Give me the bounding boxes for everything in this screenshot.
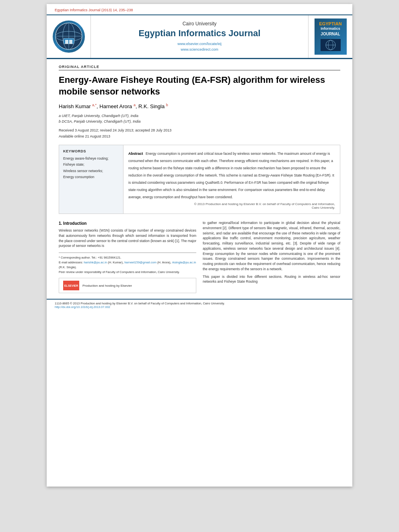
journal-badge: EGYPTIAN Informatics JOURNAL <box>315 18 347 55</box>
badge-decoration <box>321 39 341 52</box>
email3-name: (R.K. Singla). <box>59 265 77 269</box>
abstract-label: Abstract <box>128 152 143 156</box>
keyword-4: Energy consumption <box>63 174 119 180</box>
keyword-3: Wireless sensor networks; <box>63 168 119 174</box>
column-left: 1. Introduction Wireless sensor networks… <box>59 220 196 293</box>
dates: Received 3 August 2012; revised 24 July … <box>59 127 340 139</box>
doi-link[interactable]: http://dx.doi.org/10.1016/j.eij.2013.07.… <box>55 305 344 309</box>
publisher-box: ELSEVIER Production and hosting by Elsev… <box>59 278 196 293</box>
abstract-copyright: © 2013 Production and hosting by Elsevie… <box>128 202 335 210</box>
intro-para3: This paper is divided into five differen… <box>203 274 340 285</box>
email2-link[interactable]: harneet159@gmail.com <box>124 261 156 264</box>
bottom-bar: 1110-8665 © 2013 Production and hosting … <box>47 299 352 311</box>
footnotes: * Corresponding author. Tel.: +91 981596… <box>59 253 196 275</box>
svg-rect-7 <box>69 40 72 44</box>
email2-name: (H. Arora), <box>157 261 171 264</box>
affiliation-b: b DCSA, Panjab University, Chandigarh (U… <box>59 119 340 124</box>
badge-line2: Informatics <box>321 27 340 31</box>
badge-line3: JOURNAL <box>321 31 340 37</box>
authors-line: Harish Kumar a,*, Harneet Arora a, R.K. … <box>59 103 340 109</box>
email3-link[interactable]: rksingla@pu.ac.in <box>172 261 196 264</box>
received-date: Received 3 August 2012; revised 24 July … <box>59 127 340 133</box>
article-type-label: ORIGINAL ARTICLE <box>59 65 340 70</box>
badge-line1: EGYPTIAN <box>319 21 341 27</box>
affiliation-a: a UIET, Panjab University, Chandigarh (U… <box>59 113 340 119</box>
svg-rect-6 <box>65 40 68 44</box>
main-content: ORIGINAL ARTICLE Energy-Aware Fisheye Ro… <box>47 59 352 299</box>
journal-badge-container: EGYPTIAN Informatics JOURNAL <box>308 15 352 58</box>
publisher-text: Production and hosting by Elsevier <box>82 284 132 288</box>
author-harish: Harish Kumar <box>59 104 92 110</box>
footnote-emails: E-mail addresses: harishk@pu.ac.in (H. K… <box>59 260 196 270</box>
two-column-body: 1. Introduction Wireless sensor networks… <box>59 220 340 293</box>
keywords-heading: KEYWORDS <box>63 149 119 153</box>
url1[interactable]: www.elsevier.com/locate/eij <box>177 41 222 47</box>
footnote-peer-review: Peer review under responsibility of Facu… <box>59 270 196 275</box>
top-bar: Egyptian Informatics Journal (2013) 14, … <box>47 4 352 15</box>
issn-line: 1110-8665 © 2013 Production and hosting … <box>55 302 344 305</box>
abstract-box: Abstract Energy consumption is prominent… <box>123 145 340 214</box>
svg-rect-5 <box>64 38 74 44</box>
email1-link[interactable]: harishk@pu.ac.in <box>84 261 107 264</box>
url2[interactable]: www.sciencedirect.com <box>177 47 222 52</box>
keywords-list: Energy aware-fisheye routing; Fisheye st… <box>63 156 119 180</box>
header-center: Cairo University Egyptian Informatics Jo… <box>91 15 308 58</box>
keyword-1: Energy aware-fisheye routing; <box>63 156 119 162</box>
footnote-corresponding: * Corresponding author. Tel.: +91 981596… <box>59 255 196 260</box>
elsevier-logo: ELSEVIER <box>63 281 79 290</box>
university-name: Cairo University <box>183 21 217 27</box>
intro-para1: Wireless sensor networks (WSN) consists … <box>59 228 196 249</box>
email-label: E-mail addresses: <box>59 261 83 264</box>
journal-header: Cairo University Egyptian Informatics Jo… <box>47 15 352 59</box>
journal-title: Egyptian Informatics Journal <box>138 28 260 39</box>
keyword-2: Fisheye state; <box>63 162 119 168</box>
section1-heading: 1. Introduction <box>59 221 196 226</box>
journal-reference: Egyptian Informatics Journal (2013) 14, … <box>55 8 133 12</box>
university-logo-left <box>47 15 91 58</box>
paper-title: Energy-Aware Fisheye Routing (EA-FSR) al… <box>59 74 340 97</box>
available-date: Available online 21 August 2013 <box>59 134 340 139</box>
email1-name: (H. Kumar), <box>108 261 123 264</box>
column-right: to gather regional/local information to … <box>203 220 340 293</box>
abstract-text: Energy consumption is prominent and crit… <box>128 152 334 199</box>
affiliations: a UIET, Panjab University, Chandigarh (U… <box>59 113 340 125</box>
journal-urls: www.elsevier.com/locate/eij www.scienced… <box>177 41 222 53</box>
keywords-box: KEYWORDS Energy aware-fisheye routing; F… <box>59 145 123 214</box>
intro-para2: to gather regional/local information to … <box>203 220 340 272</box>
abstract-keywords-section: KEYWORDS Energy aware-fisheye routing; F… <box>59 145 340 214</box>
cairo-university-logo <box>53 21 85 53</box>
page: Egyptian Informatics Journal (2013) 14, … <box>47 4 352 487</box>
